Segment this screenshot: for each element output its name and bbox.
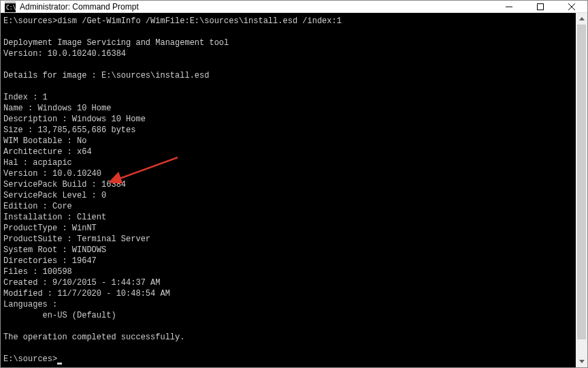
- output-line: Installation : Client: [3, 213, 106, 222]
- scrollbar-thumb[interactable]: [577, 25, 586, 339]
- scroll-up-arrow-icon[interactable]: [576, 13, 587, 25]
- output-line: Hal : acpiapic: [3, 158, 72, 168]
- terminal-area: E:\sources>dism /Get-WimInfo /WimFile:E:…: [1, 13, 587, 367]
- output-line: Directories : 19647: [3, 256, 97, 266]
- cmd-icon: C:\: [5, 1, 16, 12]
- svg-text:C:\: C:\: [6, 5, 16, 11]
- terminal-output[interactable]: E:\sources>dism /Get-WimInfo /WimFile:E:…: [1, 13, 576, 367]
- output-line: en-US (Default): [3, 311, 116, 320]
- scroll-down-arrow-icon[interactable]: [576, 356, 587, 367]
- output-line: ProductType : WinNT: [3, 224, 97, 233]
- output-line: ServicePack Build : 16384: [3, 180, 126, 189]
- output-line: Languages :: [3, 300, 57, 309]
- annotation-arrow-icon: [110, 153, 184, 183]
- prompt-line: E:\sources>: [3, 354, 57, 364]
- output-line: System Root : WINDOWS: [3, 245, 106, 255]
- maximize-button[interactable]: [525, 1, 556, 12]
- prompt-line: E:\sources>dism /Get-WimInfo /WimFile:E:…: [3, 16, 342, 26]
- svg-rect-1: [5, 1, 16, 3]
- output-line: WIM Bootable : No: [3, 136, 86, 146]
- output-line: Created : 9/10/2015 - 1:44:37 AM: [3, 278, 160, 288]
- output-line: Description : Windows 10 Home: [3, 114, 146, 124]
- cursor: [57, 363, 62, 365]
- window-title: Administrator: Command Prompt: [20, 2, 493, 12]
- minimize-button[interactable]: [493, 1, 525, 12]
- output-line: Version: 10.0.10240.16384: [3, 49, 126, 59]
- output-line: Modified : 11/7/2020 - 10:48:54 AM: [3, 289, 170, 298]
- output-line: Details for image : E:\sources\install.e…: [3, 71, 209, 80]
- titlebar[interactable]: C:\ Administrator: Command Prompt: [1, 1, 587, 13]
- close-button[interactable]: [556, 1, 587, 12]
- command-prompt-window: C:\ Administrator: Command Prompt E:\sou…: [0, 0, 588, 368]
- svg-rect-4: [538, 3, 544, 10]
- output-line: ProductSuite : Terminal Server: [3, 234, 150, 244]
- window-controls: [493, 1, 587, 12]
- output-line-version: Version : 10.0.10240: [3, 169, 101, 179]
- vertical-scrollbar[interactable]: [576, 13, 587, 367]
- scrollbar-track[interactable]: [576, 25, 587, 356]
- svg-line-7: [118, 157, 178, 179]
- output-line: Architecture : x64: [3, 147, 92, 157]
- output-line: ServicePack Level : 0: [3, 191, 106, 200]
- output-line: Size : 13,785,655,686 bytes: [3, 125, 135, 135]
- output-line: Edition : Core: [3, 202, 72, 211]
- output-line: Files : 100598: [3, 267, 72, 277]
- output-line: Name : Windows 10 Home: [3, 104, 111, 113]
- output-line: The operation completed successfully.: [3, 333, 184, 342]
- output-line: Deployment Image Servicing and Managemen…: [3, 38, 229, 48]
- output-line: Index : 1: [3, 93, 48, 102]
